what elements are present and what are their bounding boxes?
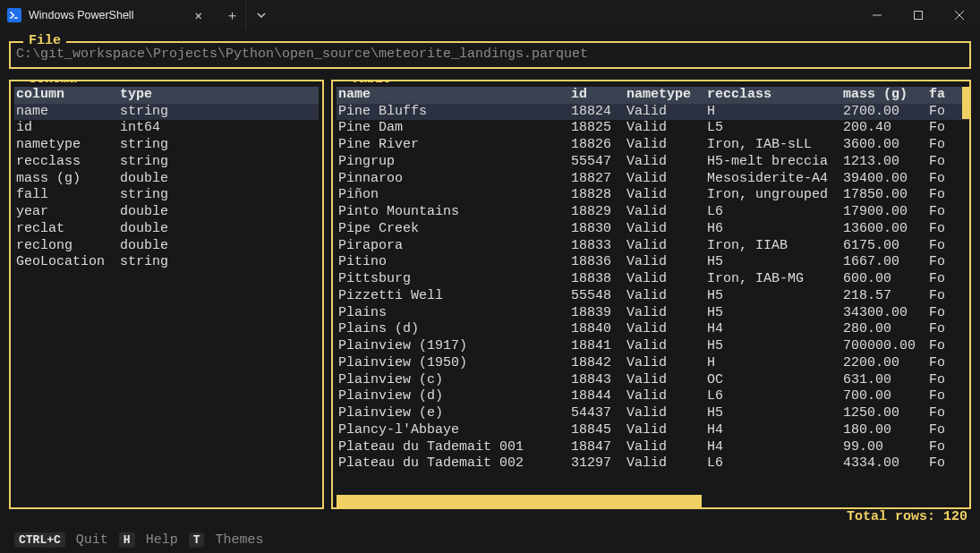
schema-row[interactable]: recclassstring [14,154,319,171]
schema-legend: Schema [23,80,82,87]
table-row[interactable]: Pine Bluffs18824ValidH2700.00Fo [337,104,969,121]
schema-row[interactable]: reclongdouble [14,238,319,255]
file-panel: File C:\git_workspace\Projects\Python\op… [9,41,971,69]
hotkey-t: T [189,532,205,548]
schema-header: column type [14,87,319,104]
table-row[interactable]: Pinto Mountains18829ValidL617900.00Fo [337,204,969,221]
schema-row[interactable]: fallstring [14,187,319,204]
table-row[interactable]: Plainview (1950)18842ValidH2200.00Fo [337,355,969,372]
schema-row[interactable]: namestring [14,104,319,121]
table-row[interactable]: Plains (d)18840ValidH4280.00Fo [337,321,969,338]
table-row[interactable]: Pizzetti Well55548ValidH5218.57Fo [337,288,969,305]
schema-header-column: column [16,87,120,104]
table-row[interactable]: Plainview (e)54437ValidH51250.00Fo [337,405,969,422]
table-row[interactable]: Pingrup55547ValidH5-melt breccia1213.00F… [337,154,969,171]
title-bar: Windows PowerShell ✕ ＋ [0,0,980,30]
horizontal-scrollbar[interactable] [337,495,966,507]
table-row[interactable]: Pitino18836ValidH51667.00Fo [337,254,969,271]
table-row[interactable]: Plainview (1917)18841ValidH5700000.00Fo [337,338,969,355]
file-legend: File [23,33,66,48]
table-row[interactable]: Pipe Creek18830ValidH613600.00Fo [337,221,969,238]
schema-row[interactable]: idint64 [14,120,319,137]
table-row[interactable]: Plateau du Tademait 00231297ValidL64334.… [337,455,969,472]
table-row[interactable]: Pittsburg18838ValidIron, IAB-MG600.00Fo [337,271,969,288]
new-tab-button[interactable]: ＋ [215,0,245,30]
table-row[interactable]: Plainview (c)18843ValidOC631.00Fo [337,372,969,389]
schema-row[interactable]: mass (g)double [14,171,319,188]
tab-powershell[interactable]: Windows PowerShell ✕ [0,0,215,30]
vertical-scrollbar[interactable] [962,87,969,119]
hotkey-themes-label: Themes [215,532,263,548]
tab-close-button[interactable]: ✕ [190,8,208,23]
table-row[interactable]: Pinnaroo18827ValidMesosiderite-A439400.0… [337,171,969,188]
window-maximize-button[interactable] [898,0,939,30]
table-row[interactable]: Plainview (d)18844ValidL6700.00Fo [337,388,969,405]
tab-dropdown-button[interactable] [245,0,276,30]
hotkey-h: H [119,532,135,548]
table-row[interactable]: Pine River18826ValidIron, IAB-sLL3600.00… [337,137,969,154]
schema-row[interactable]: yeardouble [14,204,319,221]
table-row[interactable]: Pine Dam18825ValidL5200.40Fo [337,120,969,137]
schema-row[interactable]: GeoLocationstring [14,254,319,271]
schema-row[interactable]: nametypestring [14,137,319,154]
schema-panel: Schema column type namestringidint64name… [9,80,324,509]
tab-title: Windows PowerShell [29,9,183,21]
table-row[interactable]: Plateau du Tademait 00118847ValidH499.00… [337,439,969,456]
powershell-icon [7,8,21,22]
svg-rect-0 [915,12,923,20]
file-path: C:\git_workspace\Projects\Python\open_so… [16,47,964,64]
footer-bar: CTRL+C Quit H Help T Themes [4,526,976,553]
window-minimize-button[interactable] [856,0,898,30]
table-legend: Table [345,80,396,87]
hotkey-quit-label: Quit [76,532,108,548]
table-row[interactable]: Piñon18828ValidIron, ungrouped17850.00Fo [337,187,969,204]
horizontal-scrollbar-thumb[interactable] [337,495,702,507]
window-close-button[interactable] [939,0,980,30]
hotkey-help-label: Help [146,532,178,548]
table-header: name id nametype recclass mass (g) fa [337,87,969,104]
schema-header-type: type [120,87,319,104]
app-root: File C:\git_workspace\Projects\Python\op… [0,30,980,553]
table-row[interactable]: Plains18839ValidH534300.00Fo [337,305,969,322]
table-row[interactable]: Plancy-l'Abbaye18845ValidH4180.00Fo [337,422,969,439]
hotkey-ctrlc: CTRL+C [14,532,65,548]
table-row[interactable]: Pirapora18833ValidIron, IIAB6175.00Fo [337,238,969,255]
schema-row[interactable]: reclatdouble [14,221,319,238]
table-panel: Table name id nametype recclass mass (g)… [331,80,971,509]
total-rows-label: Total rows: 120 [4,509,967,524]
